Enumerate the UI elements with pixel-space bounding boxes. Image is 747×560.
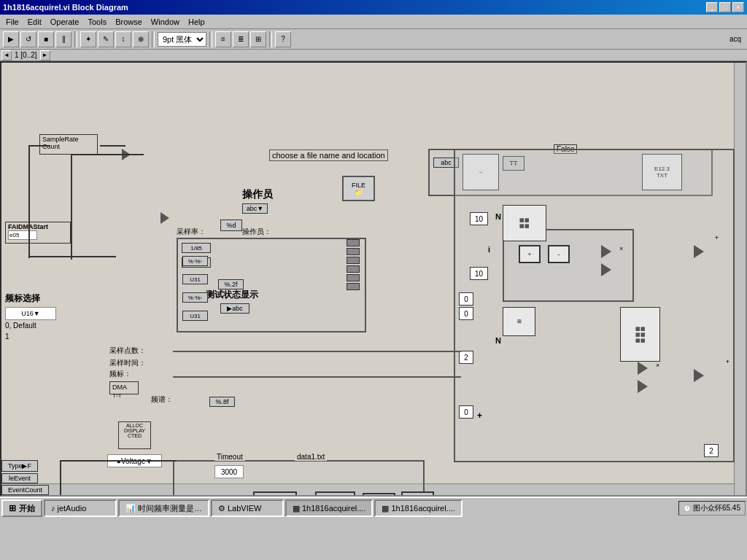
plus-symbol: + [715, 234, 719, 241]
toolbar-separator-1 [74, 31, 77, 47]
timefreq-icon: 📊 [125, 504, 136, 513]
event-count-box: EventCount [1, 485, 49, 495]
minimize-button[interactable]: _ [706, 2, 718, 12]
handle-buffer-change-node: HANDLE BUFFER CHANGE [253, 491, 297, 497]
run-cont-button[interactable]: ↺ [20, 31, 36, 47]
xd-terminal: %d [220, 219, 242, 231]
window-title: 1h1816acquirel.vi Block Diagram [3, 3, 128, 12]
align-left-button[interactable]: ≡ [215, 31, 231, 47]
connector-strip [347, 239, 361, 330]
wire-long-1 [173, 351, 461, 352]
zero-node-3: 0 [459, 405, 473, 419]
sample-rate-label: 采样率： [177, 227, 206, 237]
tool4-button[interactable]: ⊕ [133, 31, 149, 47]
toolbar: ▶ ↺ ■ ‖ ✦ ✎ ↕ ⊕ 9pt 黑体 ≡ ≣ ⊞ ? acq [0, 29, 747, 50]
default-value: 0, Default [5, 322, 36, 330]
scroll-area: ◄ 1 [0..2] ► [0, 50, 747, 61]
wire-h-2 [28, 145, 50, 147]
taskbar-acq2[interactable]: ▦ 1h1816acquirel.... [374, 499, 462, 517]
wire-h-3 [28, 256, 116, 257]
arith-node-1: ÷ [519, 245, 541, 263]
menu-operate[interactable]: Operate [46, 16, 84, 28]
value-3000: 3000 [214, 465, 244, 478]
maximize-button[interactable]: □ [719, 2, 731, 12]
n-label-2: N [495, 336, 501, 345]
triangle-right-3 [638, 362, 648, 375]
multiply-symbol-2: × [656, 362, 659, 369]
toolbar-separator-3 [209, 31, 212, 47]
labview-icon: ⚙ [218, 504, 225, 513]
canvas-scrollbar-right[interactable] [734, 63, 746, 495]
percent1: %·%▫ [182, 256, 208, 266]
taskbar-timefreq[interactable]: 📊 时间频率测量是… [118, 499, 209, 517]
tool3-button[interactable]: ↕ [115, 31, 131, 47]
scroll-left-button[interactable]: ◄ [1, 50, 12, 61]
data-file-label: data1.txt [295, 453, 327, 461]
dma-indicator: T▫T [112, 392, 122, 399]
menu-browse[interactable]: Browse [111, 16, 147, 28]
window-controls: _ □ × [706, 2, 744, 12]
two-node-1: 2 [459, 351, 473, 364]
wire-h-4 [71, 154, 144, 155]
distribute-button[interactable]: ⊞ [250, 31, 266, 47]
test-abc-terminal: ▶abc [220, 303, 249, 314]
two-node-2: 2 [704, 444, 719, 457]
wire-v-1 [28, 145, 30, 258]
menu-tools[interactable]: Tools [83, 16, 111, 28]
scroll-right-button[interactable]: ► [40, 50, 50, 61]
handle-clear-over-node: HANDLE CLEAR OVER [315, 491, 355, 497]
processing-frame: 10 10 N N i 0 0 0 2 2 ÷ - ▦▦▦▦ ⊞ [454, 149, 735, 462]
close-button[interactable]: × [732, 2, 744, 12]
wire-long-2 [173, 376, 461, 378]
zero-node-1: 0 [459, 292, 473, 306]
one-value: 1 [5, 332, 9, 341]
help-button[interactable]: ? [275, 31, 291, 47]
i-label: i [488, 245, 490, 254]
font-dropdown[interactable]: 9pt 黑体 [158, 32, 206, 47]
sample-time-label: 采样时间： [109, 358, 146, 368]
acq1-icon: ▦ [293, 504, 300, 513]
canvas-area: False abc ~ TT E12.3TXT FILE📁 choose a f… [0, 61, 747, 497]
menu-file[interactable]: File [1, 16, 23, 28]
taskbar: ⊞ 开始 ♪ jetAudio 📊 时间频率测量是… ⚙ LabVIEW ▦ 1… [0, 497, 747, 518]
u16-dropdown[interactable]: U16 ▼ [5, 307, 56, 320]
abort-button[interactable]: ■ [38, 31, 54, 47]
windows-icon: ⊞ [9, 503, 16, 513]
align-right-button[interactable]: ≣ [233, 31, 249, 47]
faidmastart-value: e05 [8, 230, 37, 240]
toolbar-separator-4 [269, 31, 272, 47]
grid-display-3: ▦▦▦▦▦▦ [620, 307, 660, 362]
triangle-right-5 [694, 245, 704, 258]
multiply-symbol: × [619, 245, 623, 252]
acq2-icon: ▦ [382, 504, 389, 513]
taskbar-labview[interactable]: ⚙ LabVIEW [211, 499, 284, 517]
grid-display-1: ▦▦▦▦ [503, 205, 546, 241]
tool2-button[interactable]: ✎ [98, 31, 114, 47]
wire-v-left [60, 460, 61, 497]
pause-button[interactable]: ‖ [55, 31, 71, 47]
samplerate-box: SampleRate Count [39, 134, 98, 155]
taskbar-clock: 🕐 图小众怀65.45 [678, 501, 746, 516]
menu-bar: File Edit Operate Tools Browse Window He… [0, 15, 747, 29]
file-icon-node: FILE📁 [342, 176, 375, 201]
menu-help[interactable]: Help [184, 16, 209, 28]
menu-edit[interactable]: Edit [23, 16, 46, 28]
x8f-terminal: %.8f [209, 397, 235, 407]
menu-window[interactable]: Window [147, 16, 184, 28]
abc-operator-terminal: abc▼ [242, 203, 268, 214]
start-button[interactable]: ⊞ 开始 [1, 499, 42, 517]
triangle-right-2 [601, 263, 611, 276]
wire-v-2 [71, 154, 72, 260]
wire-h-left [60, 460, 177, 462]
percent3: %·%▫ [182, 292, 208, 303]
num1: 1/85 [182, 243, 211, 253]
main-loop-frame: Timeout 3000 data1.txt status ▼ [173, 460, 425, 497]
taskbar-jetaudio[interactable]: ♪ jetAudio [44, 499, 117, 517]
choose-location-label: choose a file name and location [269, 149, 388, 161]
taskbar-acq1[interactable]: ▦ 1h1816acquirel.... [285, 499, 373, 517]
faidmastart-box: FAIDMAStart e05 [5, 222, 71, 244]
clock-icon: 🕐 [684, 505, 691, 512]
triangle-right-1 [601, 245, 611, 258]
run-arrow-button[interactable]: ▶ [3, 31, 19, 47]
tool1-button[interactable]: ✦ [80, 31, 96, 47]
